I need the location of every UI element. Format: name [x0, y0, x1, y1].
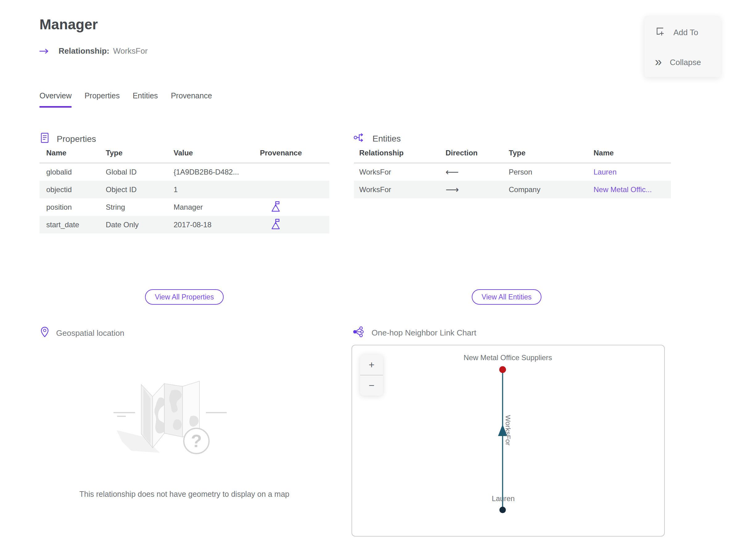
- geospatial-section-title: Geospatial location: [56, 329, 124, 338]
- column-header: Relationship: [354, 149, 446, 163]
- collapse-button[interactable]: » Collapse: [655, 58, 701, 67]
- table-row: position String Manager: [39, 198, 329, 216]
- provenance-flag-icon[interactable]: [270, 206, 281, 214]
- tab-entities[interactable]: Entities: [132, 91, 158, 108]
- table-row: WorksFor ⟶ Company New Metal Offic...: [354, 181, 671, 198]
- entity-link[interactable]: New Metal Offic...: [593, 181, 671, 198]
- tab-properties[interactable]: Properties: [85, 91, 120, 108]
- relationship-subtitle: Relationship: WorksFor: [39, 46, 148, 56]
- company-node-label: New Metal Office Suppliers: [464, 353, 552, 362]
- column-header: Name: [39, 149, 106, 163]
- properties-section-header: Properties: [39, 132, 96, 146]
- collapse-label: Collapse: [670, 58, 701, 67]
- entities-section-title: Entities: [372, 134, 401, 144]
- add-to-button[interactable]: Add To: [655, 26, 698, 39]
- zoom-out-button[interactable]: −: [360, 375, 383, 396]
- no-geometry-message: This relationship does not have geometry…: [39, 490, 329, 499]
- person-node[interactable]: [499, 507, 506, 513]
- zoom-in-button[interactable]: +: [360, 355, 383, 375]
- relationship-detail-page: Manager Relationship: WorksFor Add To »: [0, 0, 740, 560]
- column-header: Value: [174, 149, 260, 163]
- entities-section-header: Entities: [353, 132, 401, 145]
- map-pin-icon: [40, 326, 49, 340]
- provenance-flag-icon[interactable]: [270, 223, 281, 231]
- tab-bar: Overview Properties Entities Provenance: [39, 91, 212, 108]
- question-mark-glyph: ?: [191, 431, 202, 451]
- add-to-icon: [655, 26, 665, 39]
- map-placeholder-illustration: ?: [110, 361, 258, 478]
- tab-provenance[interactable]: Provenance: [171, 91, 212, 108]
- column-header: Provenance: [260, 149, 329, 163]
- company-node[interactable]: [499, 366, 506, 373]
- tab-overview[interactable]: Overview: [39, 91, 72, 108]
- column-header: Direction: [446, 149, 509, 163]
- add-to-label: Add To: [673, 28, 698, 37]
- view-all-properties-button[interactable]: View All Properties: [145, 289, 223, 305]
- relationship-type-value: WorksFor: [113, 46, 148, 56]
- table-row: objectid Object ID 1: [39, 181, 329, 198]
- direction-arrow: ⟵: [446, 163, 509, 181]
- edge-label: WorksFor: [504, 415, 512, 446]
- entities-icon: [353, 132, 366, 145]
- table-row: globalid Global ID {1A9DB2B6-D482...: [39, 163, 329, 181]
- properties-table: Name Type Value Provenance globalid Glob…: [39, 149, 329, 234]
- properties-section-title: Properties: [57, 134, 96, 144]
- page-title: Manager: [39, 16, 98, 33]
- entities-table: Relationship Direction Type Name WorksFo…: [354, 149, 671, 198]
- link-chart-canvas[interactable]: New Metal Office Suppliers Lauren WorksF…: [352, 345, 665, 537]
- relationship-arrow-icon: [39, 48, 50, 55]
- column-header: Type: [509, 149, 593, 163]
- table-row: start_date Date Only 2017-08-18: [39, 216, 329, 234]
- table-row: WorksFor ⟵ Person Lauren: [354, 163, 671, 181]
- column-header: Type: [106, 149, 174, 163]
- collapse-icon: »: [655, 57, 662, 67]
- actions-panel: Add To » Collapse: [644, 16, 721, 77]
- geospatial-section-header: Geospatial location: [40, 326, 124, 340]
- column-header: Name: [593, 149, 671, 163]
- linkchart-section-title: One-hop Neighbor Link Chart: [372, 328, 476, 338]
- zoom-control: + −: [360, 355, 383, 396]
- properties-icon: [39, 132, 50, 146]
- view-all-entities-button[interactable]: View All Entities: [472, 289, 541, 305]
- direction-arrow: ⟶: [446, 181, 509, 198]
- link-chart-icon: [352, 326, 365, 340]
- entity-link[interactable]: Lauren: [593, 163, 671, 181]
- person-node-label: Lauren: [492, 494, 515, 503]
- linkchart-section-header: One-hop Neighbor Link Chart: [352, 326, 476, 340]
- relationship-type-label: Relationship:: [59, 46, 109, 56]
